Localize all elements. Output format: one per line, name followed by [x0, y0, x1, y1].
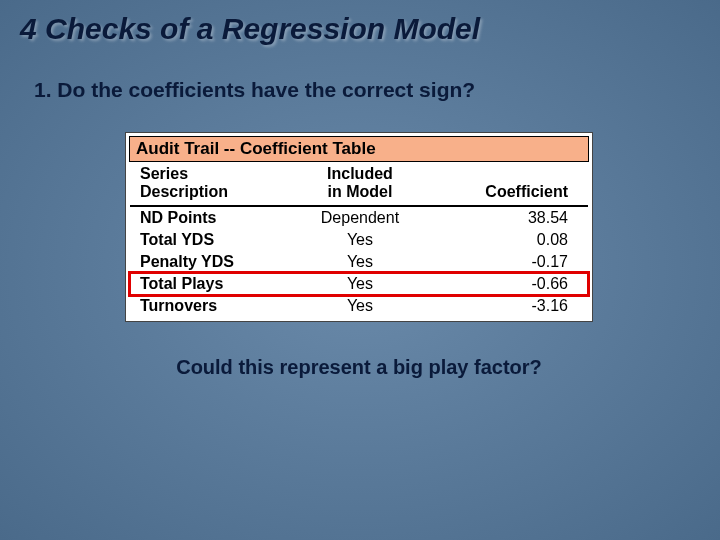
footer-question: Could this represent a big play factor? — [28, 356, 690, 379]
cell-coef: 38.54 — [427, 206, 588, 229]
table-row: Total YDS Yes 0.08 — [130, 229, 588, 251]
cell-series: ND Points — [130, 206, 293, 229]
cell-included: Yes — [293, 273, 427, 295]
col-header-series-1: Series — [130, 165, 293, 183]
cell-series: Turnovers — [130, 295, 293, 317]
cell-coef: -0.66 — [427, 273, 588, 295]
table-row: Turnovers Yes -3.16 — [130, 295, 588, 317]
col-header-coef-2: Coefficient — [427, 183, 588, 206]
col-header-included-1: Included — [293, 165, 427, 183]
cell-included: Yes — [293, 295, 427, 317]
cell-included: Yes — [293, 229, 427, 251]
coefficient-table: Series Included Description in Model Coe… — [130, 165, 588, 317]
cell-included: Yes — [293, 251, 427, 273]
col-header-series-2: Description — [130, 183, 293, 206]
table-body: ND Points Dependent 38.54 Total YDS Yes … — [130, 206, 588, 317]
table-title: Audit Trail -- Coefficient Table — [129, 136, 589, 162]
cell-series: Penalty YDS — [130, 251, 293, 273]
cell-series: Total YDS — [130, 229, 293, 251]
cell-series: Total Plays — [130, 273, 293, 295]
slide-title: 4 Checks of a Regression Model — [20, 12, 700, 46]
cell-included: Dependent — [293, 206, 427, 229]
cell-coef: -3.16 — [427, 295, 588, 317]
table-row: Penalty YDS Yes -0.17 — [130, 251, 588, 273]
check-question: 1. Do the coefficients have the correct … — [28, 78, 690, 102]
coefficient-table-box: Audit Trail -- Coefficient Table Series … — [125, 132, 593, 322]
cell-coef: -0.17 — [427, 251, 588, 273]
col-header-coef-1 — [427, 165, 588, 183]
table-row: ND Points Dependent 38.54 — [130, 206, 588, 229]
cell-coef: 0.08 — [427, 229, 588, 251]
table-row-highlighted: Total Plays Yes -0.66 — [130, 273, 588, 295]
col-header-included-2: in Model — [293, 183, 427, 206]
